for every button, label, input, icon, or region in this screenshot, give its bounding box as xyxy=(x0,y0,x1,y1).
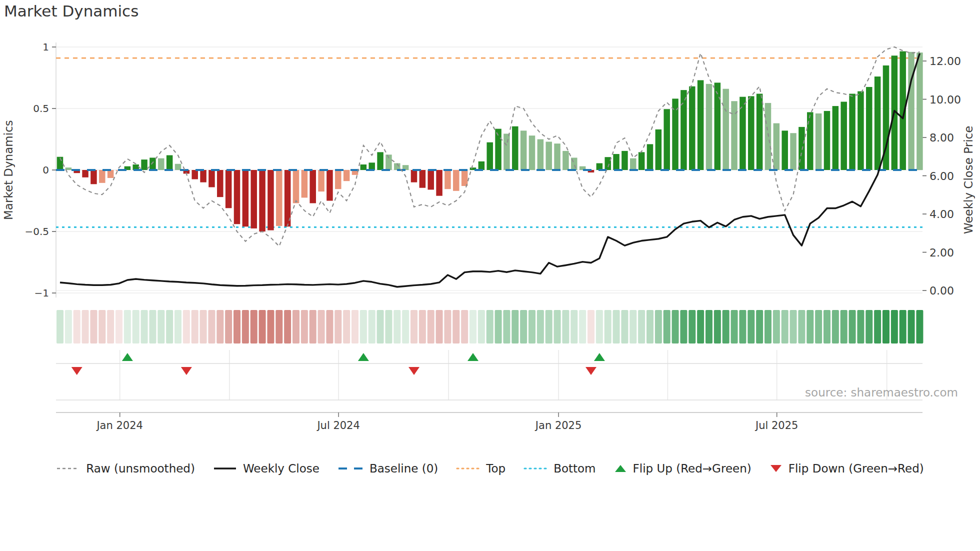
indicator-bar xyxy=(82,170,88,178)
indicator-bar xyxy=(874,76,881,170)
indicator-bar xyxy=(807,112,814,170)
heatmap-cell xyxy=(107,310,114,344)
heatmap-cell xyxy=(74,310,80,344)
heatmap-cell xyxy=(259,310,266,344)
heatmap-cell xyxy=(436,310,443,344)
heatmap-cell xyxy=(832,310,839,344)
indicator-bar xyxy=(250,170,257,228)
heatmap-cell xyxy=(621,310,628,344)
indicator-bar xyxy=(596,163,603,170)
legend-label: Bottom xyxy=(554,462,596,475)
indicator-bar xyxy=(242,170,249,226)
legend-item-top: Top xyxy=(456,462,506,475)
indicator-bar xyxy=(638,152,645,170)
indicator-bar xyxy=(217,170,224,197)
heatmap-cell xyxy=(326,310,333,344)
heatmap-cell xyxy=(132,310,140,344)
indicator-bar xyxy=(360,164,367,170)
heatmap-cell xyxy=(604,310,612,344)
indicator-bar xyxy=(90,170,97,184)
heatmap-cell xyxy=(452,310,460,344)
left-tick-label: 1 xyxy=(42,41,49,53)
indicator-bar xyxy=(108,170,114,178)
indicator-bar xyxy=(344,170,350,181)
heatmap-cell xyxy=(276,310,282,344)
legend-label: Top xyxy=(486,462,506,475)
indicator-bar xyxy=(166,155,173,170)
heatmap-cell xyxy=(310,310,316,344)
indicator-bar xyxy=(689,86,696,170)
indicator-bar xyxy=(554,144,560,170)
indicator-bar xyxy=(680,90,687,170)
heatmap-cell xyxy=(714,310,721,344)
indicator-bar xyxy=(765,103,772,170)
heatmap-cell xyxy=(806,310,814,344)
indicator-bar xyxy=(504,134,510,170)
heatmap-cell xyxy=(638,310,645,344)
heatmap-cell xyxy=(528,310,536,344)
heatmap-cell xyxy=(866,310,872,344)
dashed-line-icon xyxy=(56,465,80,472)
heatmap-cell xyxy=(141,310,148,344)
legend-label: Baseline (0) xyxy=(370,462,438,475)
heatmap-cell xyxy=(908,310,915,344)
indicator-bar xyxy=(377,152,384,170)
legend-item-flip-up: Flip Up (Red→Green) xyxy=(614,462,752,475)
heatmap-cell xyxy=(756,310,763,344)
indicator-bar xyxy=(411,170,418,182)
heatmap-cell xyxy=(486,310,494,344)
heatmap-cell xyxy=(90,310,97,344)
heatmap-cell xyxy=(360,310,367,344)
indicator-bar xyxy=(664,109,670,170)
heatmap-cell xyxy=(512,310,518,344)
legend-label: Flip Down (Green→Red) xyxy=(788,462,924,475)
indicator-bar xyxy=(462,170,468,186)
heatmap-cell xyxy=(82,310,89,344)
indicator-bar xyxy=(436,170,442,196)
heatmap-cell xyxy=(318,310,325,344)
indicator-bar xyxy=(816,114,822,170)
heatmap-cell xyxy=(65,310,72,344)
heatmap-cell xyxy=(764,310,772,344)
indicator-bar xyxy=(520,130,527,170)
indicator-bar xyxy=(622,151,628,170)
heatmap-cell xyxy=(242,310,249,344)
heatmap-cell xyxy=(470,310,476,344)
x-tick-label: Jan 2024 xyxy=(96,420,143,432)
indicator-bar xyxy=(268,170,274,230)
indicator-bar xyxy=(748,96,754,170)
indicator-bar xyxy=(529,136,536,170)
dotted-line-icon xyxy=(524,465,548,472)
indicator-bar xyxy=(630,158,636,170)
heatmap-cell xyxy=(646,310,654,344)
indicator-bar xyxy=(512,126,518,170)
heatmap-cell xyxy=(301,310,308,344)
indicator-bar xyxy=(722,89,729,170)
indicator-bar xyxy=(420,170,426,188)
heatmap-cell xyxy=(546,310,552,344)
indicator-bar xyxy=(99,170,106,183)
flip-up-marker xyxy=(358,353,369,361)
dotted-line-icon xyxy=(456,465,480,472)
heatmap-cell xyxy=(116,310,122,344)
indicator-bar xyxy=(259,170,266,232)
heatmap-cell xyxy=(520,310,527,344)
indicator-bar xyxy=(824,111,830,170)
heatmap-cell xyxy=(216,310,224,344)
heatmap-cell xyxy=(444,310,451,344)
heatmap-cell xyxy=(495,310,502,344)
solid-line-icon xyxy=(213,465,237,472)
flip-down-marker xyxy=(72,367,82,375)
right-tick-label: 12.00 xyxy=(930,55,961,68)
market-dynamics-figure: Market Dynamics Market Dynamics Weekly C… xyxy=(0,0,980,551)
indicator-bar xyxy=(318,170,324,192)
heatmap-cell xyxy=(857,310,864,344)
indicator-bar xyxy=(706,84,712,170)
left-tick-label: −0.5 xyxy=(24,226,49,238)
heatmap-cell xyxy=(664,310,670,344)
legend-item-weekly-close: Weekly Close xyxy=(213,462,320,475)
heatmap-cell xyxy=(394,310,400,344)
indicator-bar xyxy=(478,162,485,170)
indicator-bar xyxy=(562,151,569,170)
heatmap-cell xyxy=(739,310,746,344)
